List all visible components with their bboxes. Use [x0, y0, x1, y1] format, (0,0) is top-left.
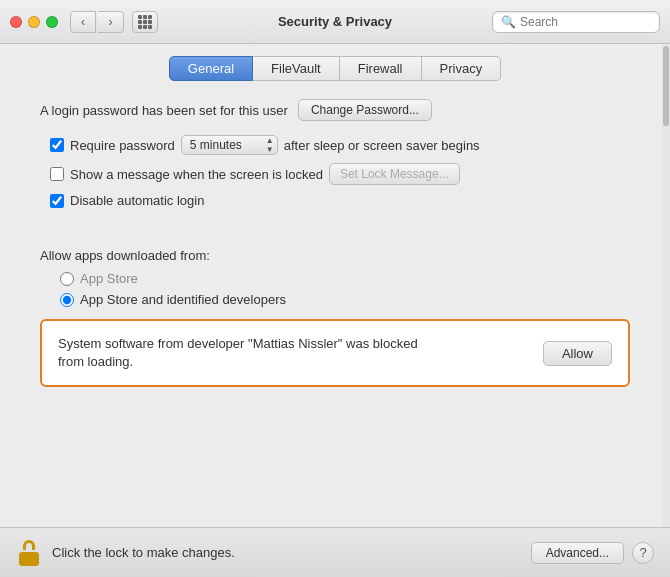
main-content: A login password has been set for this u… — [0, 81, 670, 387]
after-sleep-label: after sleep or screen saver begins — [284, 138, 480, 153]
show-message-label: Show a message when the screen is locked — [70, 167, 323, 182]
blocked-text: System software from developer "Mattias … — [58, 335, 438, 371]
require-password-row: Require password 5 minutes immediately 5… — [50, 135, 630, 155]
window-title: Security & Privacy — [278, 14, 392, 29]
bottom-bar: Click the lock to make changes. Advanced… — [0, 527, 670, 577]
radio-app-store-identified[interactable] — [60, 293, 74, 307]
close-button[interactable] — [10, 16, 22, 28]
allow-apps-label: Allow apps downloaded from: — [40, 248, 630, 263]
minimize-button[interactable] — [28, 16, 40, 28]
lock-label: Click the lock to make changes. — [52, 545, 235, 560]
radio-app-store-identified-row: App Store and identified developers — [60, 292, 630, 307]
radio-app-store-label: App Store — [80, 271, 138, 286]
lock-body — [19, 552, 39, 566]
allow-button[interactable]: Allow — [543, 341, 612, 366]
grid-view-button[interactable] — [132, 11, 158, 33]
set-lock-message-button[interactable]: Set Lock Message... — [329, 163, 460, 185]
login-password-label: A login password has been set for this u… — [40, 103, 288, 118]
tab-privacy[interactable]: Privacy — [422, 56, 502, 81]
scrollbar-thumb[interactable] — [663, 46, 669, 126]
show-message-row: Show a message when the screen is locked… — [50, 163, 630, 185]
disable-login-label: Disable automatic login — [70, 193, 204, 208]
password-timing-select[interactable]: 5 minutes immediately 5 seconds 1 minute… — [181, 135, 278, 155]
nav-buttons: ‹ › — [70, 11, 124, 33]
change-password-button[interactable]: Change Password... — [298, 99, 432, 121]
advanced-button[interactable]: Advanced... — [531, 542, 624, 564]
tab-general[interactable]: General — [169, 56, 253, 81]
require-password-checkbox[interactable] — [50, 138, 64, 152]
titlebar: ‹ › Security & Privacy 🔍 — [0, 0, 670, 44]
radio-app-store-identified-label: App Store and identified developers — [80, 292, 286, 307]
tab-firewall[interactable]: Firewall — [340, 56, 422, 81]
spacer-1 — [40, 216, 630, 248]
scrollbar[interactable] — [662, 44, 670, 527]
help-button[interactable]: ? — [632, 542, 654, 564]
radio-app-store[interactable] — [60, 272, 74, 286]
require-password-label: Require password — [70, 138, 175, 153]
disable-login-row: Disable automatic login — [50, 193, 630, 208]
traffic-lights — [10, 16, 58, 28]
tabs-bar: General FileVault Firewall Privacy — [0, 44, 670, 81]
blocked-software-banner: System software from developer "Mattias … — [40, 319, 630, 387]
forward-button[interactable]: › — [98, 11, 124, 33]
lock-shackle — [23, 540, 35, 550]
allow-apps-section: Allow apps downloaded from: App Store Ap… — [40, 248, 630, 307]
bottom-right: Advanced... ? — [531, 542, 654, 564]
show-message-checkbox[interactable] — [50, 167, 64, 181]
search-icon: 🔍 — [501, 15, 516, 29]
maximize-button[interactable] — [46, 16, 58, 28]
grid-icon — [138, 15, 152, 29]
lock-icon — [16, 540, 42, 566]
password-timing-select-wrapper: 5 minutes immediately 5 seconds 1 minute… — [181, 135, 278, 155]
disable-login-checkbox[interactable] — [50, 194, 64, 208]
search-box[interactable]: 🔍 — [492, 11, 660, 33]
back-button[interactable]: ‹ — [70, 11, 96, 33]
search-input[interactable] — [520, 15, 651, 29]
tab-filevault[interactable]: FileVault — [253, 56, 340, 81]
login-password-row: A login password has been set for this u… — [40, 99, 630, 121]
radio-app-store-row: App Store — [60, 271, 630, 286]
